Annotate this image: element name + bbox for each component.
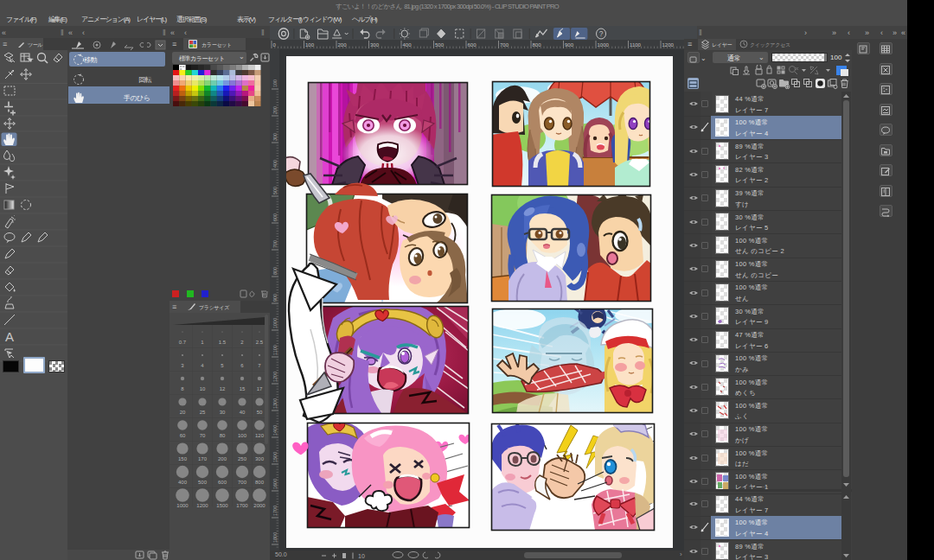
svg-text:200: 200 <box>218 456 227 461</box>
svg-text:1500: 1500 <box>272 452 278 462</box>
svg-text:20: 20 <box>180 410 186 415</box>
svg-text:10: 10 <box>358 553 365 559</box>
svg-text:1600: 1600 <box>272 479 278 489</box>
svg-text:600: 600 <box>272 213 278 221</box>
svg-text:40: 40 <box>240 410 246 415</box>
svg-text:17: 17 <box>257 386 263 391</box>
svg-text:100: 100 <box>238 433 247 438</box>
svg-text:400: 400 <box>403 42 413 48</box>
svg-text:7: 7 <box>258 363 261 368</box>
svg-text:50: 50 <box>257 410 263 415</box>
svg-text:100: 100 <box>305 42 315 48</box>
svg-text:600: 600 <box>468 42 477 48</box>
svg-text:12: 12 <box>220 386 226 391</box>
svg-text:60: 60 <box>180 433 186 438</box>
svg-text:1.5: 1.5 <box>219 340 227 345</box>
svg-text:4: 4 <box>201 363 204 368</box>
svg-text:30: 30 <box>220 410 226 415</box>
svg-text:300: 300 <box>255 456 265 461</box>
svg-text:500: 500 <box>272 187 278 194</box>
svg-text:1400: 1400 <box>272 425 278 436</box>
svg-text:500: 500 <box>435 42 445 48</box>
svg-text:800: 800 <box>533 42 542 48</box>
svg-text:1: 1 <box>201 340 204 345</box>
svg-text:500: 500 <box>198 480 208 485</box>
svg-text:1700: 1700 <box>236 503 248 508</box>
svg-text:900: 900 <box>272 294 278 302</box>
svg-text:1000: 1000 <box>176 503 189 508</box>
svg-text:300: 300 <box>370 42 380 48</box>
svg-text:1000: 1000 <box>272 318 278 328</box>
svg-text:6: 6 <box>240 363 244 368</box>
svg-text:400: 400 <box>272 160 278 168</box>
svg-text:3: 3 <box>181 363 184 368</box>
svg-text:80: 80 <box>220 433 226 438</box>
svg-text:700: 700 <box>238 480 247 485</box>
svg-text:5: 5 <box>221 363 224 368</box>
svg-text:1300: 1300 <box>272 398 278 409</box>
svg-text:100: 100 <box>272 80 278 87</box>
svg-text:1800: 1800 <box>272 532 278 543</box>
svg-text:1200: 1200 <box>196 503 208 508</box>
svg-text:1200: 1200 <box>272 372 278 382</box>
svg-text:70: 70 <box>200 433 206 438</box>
svg-text:600: 600 <box>218 480 227 485</box>
svg-text:8: 8 <box>181 386 184 391</box>
svg-text:10: 10 <box>200 386 206 391</box>
svg-text:170: 170 <box>198 456 208 461</box>
svg-text:700: 700 <box>500 42 509 48</box>
svg-text:150: 150 <box>178 456 188 461</box>
svg-text:800: 800 <box>272 267 278 275</box>
svg-text:0.7: 0.7 <box>179 340 187 345</box>
svg-text:1500: 1500 <box>216 503 228 508</box>
svg-text:25: 25 <box>200 410 206 415</box>
svg-text:2.5: 2.5 <box>256 340 264 345</box>
svg-text:800: 800 <box>255 480 265 485</box>
svg-text:15: 15 <box>240 386 246 391</box>
svg-text:300: 300 <box>272 133 278 141</box>
svg-text:120: 120 <box>255 433 265 438</box>
svg-text:2000: 2000 <box>253 503 265 508</box>
svg-text:A: A <box>5 329 14 344</box>
svg-text:400: 400 <box>178 480 188 485</box>
svg-text:1700: 1700 <box>272 506 278 516</box>
svg-text:250: 250 <box>238 456 247 461</box>
svg-text:1100: 1100 <box>272 345 278 355</box>
svg-text:200: 200 <box>272 106 278 114</box>
svg-text:200: 200 <box>338 42 348 48</box>
svg-text:900: 900 <box>565 42 574 48</box>
svg-text:2: 2 <box>240 340 244 345</box>
svg-text:?: ? <box>599 29 604 38</box>
svg-text:700: 700 <box>272 240 278 248</box>
